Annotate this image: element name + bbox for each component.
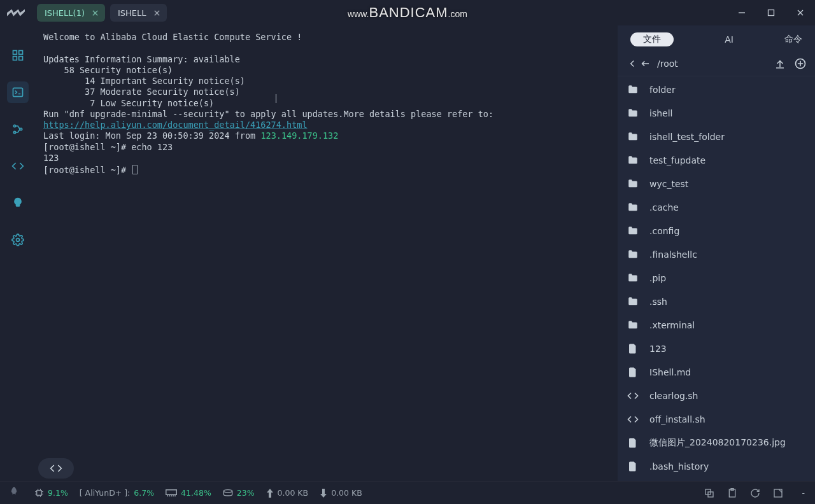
- file-name: .config: [649, 226, 679, 236]
- file-item[interactable]: clearlog.sh: [618, 384, 815, 407]
- file-name: folder: [649, 85, 676, 95]
- file-name: 123: [649, 344, 667, 354]
- memory-value: 41.48%: [181, 488, 211, 498]
- bandicam-watermark: www.BANDICAM.com: [348, 4, 467, 21]
- rail-terminal[interactable]: [7, 81, 29, 103]
- left-rail: [0, 25, 36, 481]
- back-button[interactable]: [625, 57, 639, 71]
- term-line: Last login: Mon Sep 23 00:50:39 2024 fro…: [43, 130, 260, 141]
- file-name: .finalshellc: [649, 249, 697, 260]
- svg-rect-3: [13, 57, 17, 60]
- folder-icon: [627, 154, 639, 167]
- svg-rect-1: [13, 51, 17, 55]
- aliyund-label: [ AliYunD+ ]:: [80, 488, 131, 498]
- svg-rect-11: [37, 491, 42, 496]
- help-link[interactable]: https://help.aliyun.com/document_detail/…: [43, 120, 308, 130]
- rocket-icon[interactable]: [8, 486, 23, 501]
- upload-button[interactable]: [773, 57, 787, 71]
- rail-settings[interactable]: [7, 229, 29, 251]
- status-bar: 9.1% [ AliYunD+ ]: 6.7% 41.48% 23% 0.00 …: [0, 481, 815, 504]
- folder-icon: [627, 83, 639, 96]
- file-item[interactable]: .ssh: [618, 290, 815, 313]
- file-item[interactable]: .cache: [618, 195, 815, 219]
- folder-icon: [627, 248, 639, 261]
- tab-ishell-1[interactable]: ISHELL(1): [37, 4, 105, 22]
- folder-icon: [627, 178, 639, 190]
- back-arrow-icon[interactable]: [638, 57, 652, 71]
- upload-icon: [266, 489, 274, 498]
- fullscreen-icon[interactable]: [772, 487, 784, 499]
- tab-ishell-2[interactable]: ISHELL: [110, 4, 167, 22]
- status-right-dash: -: [802, 488, 805, 498]
- file-item[interactable]: .pip: [618, 266, 815, 290]
- current-path[interactable]: /root: [657, 59, 768, 69]
- file-item[interactable]: test_fupdate: [618, 148, 815, 172]
- maximize-button[interactable]: [756, 0, 786, 25]
- add-button[interactable]: [793, 57, 807, 71]
- close-icon[interactable]: [91, 8, 100, 17]
- file-name: 微信图片_20240820170236.jpg: [649, 437, 786, 449]
- cpu-value: 9.1%: [48, 488, 68, 498]
- terminal-pane: Welcome to Alibaba Cloud Elastic Compute…: [36, 25, 618, 481]
- svg-point-6: [13, 125, 15, 127]
- window-controls: [727, 0, 815, 25]
- rail-code[interactable]: [7, 155, 29, 177]
- memory-icon: [166, 489, 177, 497]
- app-logo: [6, 9, 25, 17]
- tab-cmd[interactable]: 命令: [784, 34, 802, 45]
- file-item[interactable]: ishell: [618, 101, 815, 125]
- file-name: .bash_history: [649, 461, 709, 472]
- chip-icon: [34, 488, 44, 498]
- file-item[interactable]: off_install.sh: [618, 407, 815, 431]
- svg-rect-5: [13, 88, 23, 96]
- file-icon: [627, 460, 639, 473]
- titlebar: ISHELL(1) ISHELL www.BANDICAM.com: [0, 0, 815, 25]
- paste-icon[interactable]: [726, 487, 738, 499]
- folder-icon: [627, 319, 639, 332]
- file-item[interactable]: .finalshellc: [618, 242, 815, 266]
- file-name: wyc_test: [649, 179, 688, 189]
- term-line: 7 Low Security notice(s): [43, 98, 214, 108]
- file-item[interactable]: wyc_test: [618, 172, 815, 195]
- file-list: folderishellishell_test_foldertest_fupda…: [618, 76, 815, 481]
- script-icon: [627, 413, 639, 426]
- folder-icon: [627, 130, 639, 143]
- file-item[interactable]: 123: [618, 337, 815, 360]
- file-name: test_fupdate: [649, 155, 705, 165]
- download-value: 0.00 KB: [331, 488, 362, 498]
- term-line: 37 Moderate Security notice(s): [43, 87, 240, 97]
- terminal-output[interactable]: Welcome to Alibaba Cloud Elastic Compute…: [36, 25, 618, 481]
- client-ip: 123.149.179.132: [260, 130, 338, 141]
- rail-dashboard[interactable]: [7, 45, 29, 66]
- file-icon: [627, 437, 639, 449]
- file-item[interactable]: ishell_test_folder: [618, 125, 815, 148]
- copy-icon[interactable]: [704, 487, 715, 499]
- disk-metric: 23%: [223, 488, 255, 498]
- quick-command-button[interactable]: [38, 458, 74, 479]
- term-output-line: 123: [43, 153, 59, 163]
- close-icon[interactable]: [153, 8, 162, 17]
- file-item[interactable]: .bash_history: [618, 454, 815, 478]
- right-panel-tabs: 文件 AI 命令: [618, 28, 815, 51]
- term-prompt: [root@ishell ~]#: [43, 165, 131, 175]
- tab-ai[interactable]: AI: [725, 34, 734, 45]
- rail-hints[interactable]: [7, 192, 29, 214]
- refresh-icon[interactable]: [749, 487, 761, 499]
- minimize-button[interactable]: [727, 0, 756, 25]
- file-name: .cache: [649, 202, 679, 213]
- file-item[interactable]: folder: [618, 78, 815, 101]
- script-icon: [627, 389, 639, 402]
- svg-point-8: [20, 128, 22, 130]
- tab-files[interactable]: 文件: [630, 32, 674, 46]
- file-item[interactable]: .xterminal: [618, 313, 815, 337]
- file-item[interactable]: IShell.md: [618, 360, 815, 384]
- text-cursor: [276, 94, 276, 103]
- file-item[interactable]: 微信图片_20240820170236.jpg: [618, 431, 815, 454]
- svg-rect-2: [19, 51, 23, 55]
- file-name: .xterminal: [649, 320, 695, 330]
- file-name: .pip: [649, 273, 666, 283]
- close-button[interactable]: [786, 0, 815, 25]
- file-item[interactable]: .config: [618, 219, 815, 242]
- rail-network[interactable]: [7, 118, 29, 140]
- tab-label: ISHELL: [118, 8, 146, 18]
